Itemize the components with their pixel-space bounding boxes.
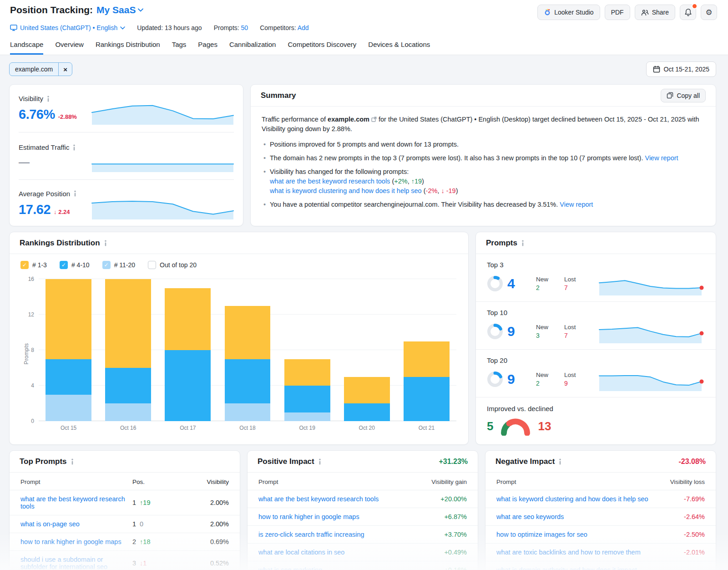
info-icon[interactable] <box>73 190 77 197</box>
new-label: New <box>536 276 564 283</box>
summary-card: Summary Copy all Traffic performance of … <box>250 84 716 226</box>
prompt-link[interactable]: what are toxic backlinks and how to remo… <box>496 549 641 556</box>
prompt-row-label: Top 20 <box>487 356 705 364</box>
table-row: how to rank higher in google maps2↑180.6… <box>10 533 240 551</box>
tab-rankings-distribution[interactable]: Rankings Distribution <box>96 41 160 55</box>
col-header-pos: Pos. <box>132 478 187 485</box>
improved-vs-declined: Improved vs. declined 5 13 <box>476 397 716 443</box>
visibility-label: Visibility <box>19 95 43 102</box>
info-icon[interactable] <box>72 144 76 151</box>
visibility-value: 6.76% <box>19 107 55 122</box>
prompt-link[interactable]: how to optimize images for seo <box>496 531 587 538</box>
traffic-sparkline <box>91 153 234 172</box>
info-icon[interactable] <box>318 458 322 465</box>
info-icon[interactable] <box>46 96 51 102</box>
copy-all-button[interactable]: Copy all <box>661 89 706 102</box>
top-prompts-card: Top Prompts Prompt Pos. Visibility what … <box>9 450 240 570</box>
top-prompts-header: Prompt Pos. Visibility <box>10 473 240 490</box>
col-header-prompt: Prompt <box>258 478 417 485</box>
prompt-link[interactable]: should i use a subdomain or subfolder fo… <box>20 556 107 570</box>
info-icon[interactable] <box>558 458 562 465</box>
tab-devices-locations[interactable]: Devices & Locations <box>368 41 430 55</box>
bar-segment <box>46 279 91 359</box>
summary-text: ) <box>422 178 424 185</box>
prompt-link[interactable]: how to rank higher in google maps <box>258 513 359 520</box>
summary-link[interactable]: View report <box>560 201 593 208</box>
negative-impact-title: Negative Impact <box>495 457 555 466</box>
prompts-count-link[interactable]: 50 <box>241 24 248 31</box>
summary-bullet: The domain has 2 new prompts in the top … <box>262 153 705 163</box>
competitors-add-link[interactable]: Add <box>298 24 309 31</box>
prompt-link[interactable]: what are local citations in seo <box>258 549 344 556</box>
prompt-row-value: 9 <box>507 372 515 387</box>
summary-link[interactable]: View report <box>645 154 678 162</box>
prompt-link[interactable]: how to rank higher in google maps <box>20 538 121 545</box>
prompt-link[interactable]: what are seo keywords <box>496 513 564 520</box>
target-label: United States (ChatGPT) • English <box>20 24 117 31</box>
looker-studio-button[interactable]: Looker Studio <box>537 5 600 20</box>
filter-chip-remove-icon[interactable]: × <box>58 63 72 76</box>
tab-landscape[interactable]: Landscape <box>10 41 43 55</box>
notifications-button[interactable] <box>680 5 696 20</box>
prompt-link[interactable]: what is seo marketing <box>258 566 322 570</box>
visibility-value: 2.00% <box>187 499 229 506</box>
tab-tags[interactable]: Tags <box>172 41 187 55</box>
external-link-icon[interactable] <box>369 116 377 123</box>
summary-link[interactable]: what is keyword clustering and how does … <box>270 187 422 194</box>
bar-segment <box>225 359 271 404</box>
checkbox-unchecked-icon[interactable] <box>148 261 156 269</box>
summary-link[interactable]: what are the best keyword research tools <box>270 178 390 185</box>
impact-value: -7.69% <box>655 495 705 503</box>
summary-text: -2% <box>426 187 438 194</box>
prompt-link[interactable]: what is domain authority and how does it… <box>496 566 637 570</box>
date-range-picker[interactable]: Oct 15-21, 2025 <box>646 61 716 77</box>
tab-cannibalization[interactable]: Cannibalization <box>229 41 276 55</box>
prompt-link[interactable]: what are the best keyword research tools <box>258 495 379 503</box>
prompt-link[interactable]: is zero-click search traffic increasing <box>258 531 364 538</box>
legend-checkbox--1-3[interactable]: ✓# 1-3 <box>20 261 47 269</box>
y-axis-label: Prompts <box>23 343 30 365</box>
summary-text: Traffic performance of <box>262 116 328 123</box>
summary-text: example.com <box>328 116 369 123</box>
summary-text: , <box>408 178 411 185</box>
lost-label: Lost <box>564 372 592 378</box>
positive-impact-header: Prompt Visibility gain <box>248 473 478 490</box>
info-icon[interactable] <box>70 458 75 465</box>
checkbox-checked-icon[interactable]: ✓ <box>20 261 29 269</box>
new-value: 3 <box>536 332 564 339</box>
filter-chip-domain[interactable]: example.com × <box>9 62 72 76</box>
prompt-link[interactable]: what are the best keyword research tools <box>20 495 125 510</box>
summary-text: Visibility has changed for the following… <box>270 168 409 175</box>
bar-segment <box>165 350 211 421</box>
summary-title: Summary <box>261 91 296 100</box>
bar-oct-19 <box>284 359 330 422</box>
bar-segment <box>225 306 271 359</box>
visibility-sparkline <box>91 97 234 125</box>
share-button[interactable]: Share <box>635 5 675 20</box>
settings-button[interactable]: ⚙ <box>701 5 717 20</box>
checkbox-checked-icon[interactable]: ✓ <box>102 261 111 269</box>
project-selector[interactable]: My SaaS <box>96 5 143 15</box>
positive-impact-card: Positive Impact +31.23% Prompt Visibilit… <box>247 450 478 570</box>
target-selector[interactable]: United States (ChatGPT) • English <box>10 24 125 31</box>
tab-pages[interactable]: Pages <box>198 41 217 55</box>
col-header-prompt: Prompt <box>496 478 655 485</box>
rankings-legend: ✓# 1-3✓# 4-10✓# 11-20Out of top 20 <box>10 254 468 271</box>
tab-competitors-discovery[interactable]: Competitors Discovery <box>288 41 356 55</box>
legend-checkbox--11-20[interactable]: ✓# 11-20 <box>102 261 135 269</box>
chevron-down-icon <box>120 26 125 30</box>
prompt-link[interactable]: what is on-page seo <box>20 520 80 528</box>
prompt-link[interactable]: what is keyword clustering and how does … <box>496 495 648 503</box>
visibility-value: 2.00% <box>187 520 229 528</box>
traffic-value: — <box>19 156 30 168</box>
bar-segment <box>404 341 450 377</box>
impact-value: -2.01% <box>655 549 705 556</box>
checkbox-checked-icon[interactable]: ✓ <box>60 261 68 269</box>
chevron-down-icon <box>138 8 143 12</box>
legend-checkbox--4-10[interactable]: ✓# 4-10 <box>60 261 90 269</box>
legend-checkbox-out-of-top-20[interactable]: Out of top 20 <box>148 261 197 269</box>
info-icon[interactable] <box>521 240 525 246</box>
info-icon[interactable] <box>103 240 108 246</box>
tab-overview[interactable]: Overview <box>55 41 84 55</box>
pdf-button[interactable]: PDF <box>605 5 630 20</box>
